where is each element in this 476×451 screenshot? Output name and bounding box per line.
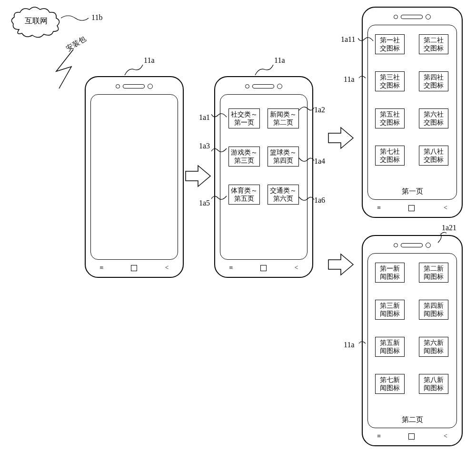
- icon-social-3[interactable]: 第三社 交图标: [375, 71, 405, 91]
- icon-news-7[interactable]: 第七新 闻图标: [375, 374, 405, 394]
- page-indicator-1: 第一页: [363, 187, 462, 196]
- leader-1a21: [437, 231, 447, 244]
- nav-menu-icon: ≡: [100, 265, 103, 271]
- arrow-right-icon: [327, 252, 355, 277]
- ref-1a2: 1a2: [314, 106, 325, 114]
- icon-news-2[interactable]: 第二新 闻图标: [419, 263, 448, 283]
- camera-icon: [148, 84, 153, 89]
- speaker-icon: [401, 15, 423, 19]
- leader-1a6: [299, 195, 315, 204]
- ref-phone2: 11a: [274, 56, 285, 65]
- nav-menu-icon: ≡: [229, 265, 232, 271]
- icon-social-7[interactable]: 第七社 交图标: [375, 146, 405, 166]
- phone-screen: [90, 94, 178, 260]
- icon-news-3[interactable]: 第三新 闻图标: [375, 300, 405, 320]
- arrow-right-icon: [185, 164, 212, 188]
- icon-news-8[interactable]: 第八新 闻图标: [419, 374, 448, 394]
- icon-social-5[interactable]: 第五社 交图标: [375, 108, 405, 128]
- nav-back-icon: <: [165, 265, 169, 271]
- ref-1a4: 1a4: [314, 157, 325, 166]
- icon-news-1[interactable]: 第一新 闻图标: [375, 263, 405, 283]
- speaker-icon: [123, 84, 145, 88]
- arrow-right-icon: [327, 126, 355, 150]
- nav-home-icon: [408, 205, 415, 211]
- tile-basketball[interactable]: 篮球类～ 第四页: [268, 147, 299, 167]
- leader-phone1: [124, 63, 144, 76]
- page-indicator-2: 第二页: [363, 415, 462, 424]
- ref-1a11: 1a11: [341, 35, 356, 44]
- nav-home-icon: [260, 265, 267, 271]
- leader-phone3: [357, 73, 367, 82]
- leader-1a11: [358, 34, 374, 43]
- ref-1a5: 1a5: [199, 199, 210, 207]
- leader-1a2: [299, 104, 315, 112]
- icon-social-8[interactable]: 第八社 交图标: [419, 146, 448, 166]
- ref-1a6: 1a6: [314, 196, 325, 205]
- lightning-icon: [52, 48, 86, 90]
- nav-home-icon: [131, 265, 137, 271]
- icon-social-1[interactable]: 第一社 交图标: [375, 34, 405, 54]
- nav-back-icon: <: [444, 433, 447, 440]
- ref-phone3: 11a: [344, 75, 355, 84]
- nav-menu-icon: ≡: [377, 433, 380, 440]
- leader-11b: [61, 13, 89, 23]
- icon-social-4[interactable]: 第四社 交图标: [419, 71, 448, 91]
- phone-3: ≡ < 第一社 交图标 第二社 交图标 第三社 交图标 第四社 交图标 第五社 …: [362, 7, 463, 218]
- internet-cloud-label: 互联网: [25, 16, 48, 26]
- nav-menu-icon: ≡: [377, 205, 380, 211]
- nav-back-icon: <: [295, 265, 298, 271]
- tile-sports[interactable]: 体育类～ 第五页: [228, 185, 260, 205]
- leader-1a3: [211, 147, 228, 155]
- leader-1a4: [299, 156, 315, 165]
- tile-social[interactable]: 社交类～ 第一页: [228, 108, 260, 128]
- camera-icon: [426, 243, 431, 248]
- tile-traffic[interactable]: 交通类～ 第六页: [268, 185, 299, 205]
- speaker-icon: [252, 84, 274, 88]
- leader-1a5: [211, 194, 228, 203]
- ref-11b: 11b: [91, 13, 102, 22]
- phone-2: ≡ < 社交类～ 第一页 新闻类～ 第二页 游戏类～ 第三页 篮球类～ 第四页 …: [214, 76, 313, 278]
- leader-1a1: [211, 110, 228, 119]
- sensor-icon: [394, 15, 398, 19]
- ref-1a1: 1a1: [199, 113, 210, 122]
- tile-news[interactable]: 新闻类～ 第二页: [268, 108, 299, 128]
- ref-1a3: 1a3: [199, 142, 210, 150]
- ref-phone4: 11a: [344, 341, 355, 349]
- nav-back-icon: <: [444, 205, 447, 211]
- sensor-icon: [394, 243, 398, 247]
- sensor-icon: [245, 84, 249, 88]
- phone-4: ≡ < 第一新 闻图标 第二新 闻图标 第三新 闻图标 第四新 闻图标 第五新 …: [362, 235, 463, 446]
- camera-icon: [277, 84, 282, 89]
- sensor-icon: [116, 84, 120, 88]
- icon-news-6[interactable]: 第六新 闻图标: [419, 337, 448, 357]
- speaker-icon: [401, 243, 423, 247]
- leader-phone4: [357, 339, 367, 347]
- leader-phone2: [254, 63, 274, 76]
- ref-phone1: 11a: [144, 56, 155, 65]
- icon-news-4[interactable]: 第四新 闻图标: [419, 300, 448, 320]
- icon-news-5[interactable]: 第五新 闻图标: [375, 337, 405, 357]
- camera-icon: [426, 14, 431, 20]
- nav-home-icon: [408, 433, 415, 440]
- phone-1: ≡ <: [85, 76, 184, 278]
- tile-games[interactable]: 游戏类～ 第三页: [228, 147, 260, 167]
- icon-social-2[interactable]: 第二社 交图标: [419, 34, 448, 54]
- icon-social-6[interactable]: 第六社 交图标: [419, 108, 448, 128]
